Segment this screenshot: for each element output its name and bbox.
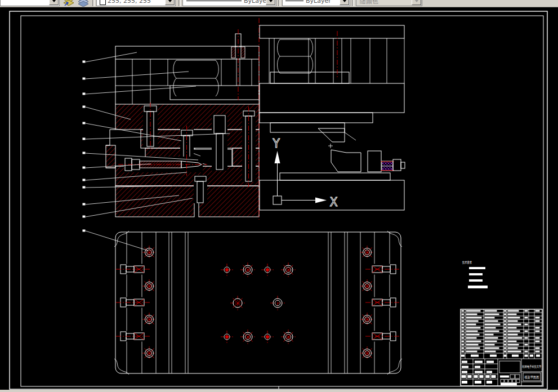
linetype-control[interactable]: ByLayer [182,0,276,6]
toolbar-separator [352,0,354,6]
exterior-view [260,25,404,142]
chevron-down-icon [168,0,172,2]
status-strip [0,390,558,392]
chevron-down-icon [414,0,419,2]
plotstyle-control[interactable]: 随颜色 [356,0,422,6]
layer-previous-button[interactable] [76,0,90,7]
layer-combo-dropdown-button[interactable] [49,0,59,5]
color-swatch [100,0,106,5]
make-layer-current-button[interactable] [61,0,75,7]
color-value: 255, 255, 255 [108,0,151,5]
toolbar-separator [178,0,181,6]
chevron-down-icon [52,0,56,2]
lineweight-line-glyph [285,1,303,1]
layer-yellow-icon [63,0,75,7]
spring-section [173,60,219,96]
cad-application: { "toolbar": { "color_value": "255, 255,… [0,0,558,392]
plotstyle-value: 随颜色 [360,0,378,6]
plan-view [114,231,402,375]
chevron-down-icon [269,0,273,2]
sheet-frame [10,11,547,389]
ucs-y-label: Y [273,136,280,150]
title-block: 桂林电子科技大学 模架平面图 [461,309,542,386]
lineweight-value: ByLayer [306,0,331,5]
piston-hatch-band [382,167,393,171]
toolbar-separator [278,0,280,6]
plan-holes [116,246,400,360]
spring-exterior [278,39,313,73]
drawing-canvas[interactable]: Y X 技术要求 [0,0,558,392]
tech-notes: 技术要求 [462,260,488,288]
properties-toolbar: 255, 255, 255 ByLayer ByLayer 随颜色 [0,0,558,7]
school-name: 桂林电子科技大学 [522,364,542,369]
layers-stack-icon [77,0,90,7]
layer-combo[interactable] [0,0,60,6]
lineweight-dropdown-button[interactable] [340,0,349,5]
piston-hatch-band [382,162,393,166]
linetype-dropdown-button[interactable] [266,0,275,5]
toolbar-separator [92,0,95,6]
chevron-down-icon [342,0,347,2]
signature-grid-blobs [462,361,496,384]
ucs-x-label: X [330,195,338,209]
color-dropdown-button[interactable] [165,0,175,5]
color-control[interactable]: 255, 255, 255 [96,0,176,6]
lineweight-control[interactable]: ByLayer [282,0,350,6]
y-axis-arrow [275,151,280,163]
plotstyle-dropdown-button[interactable] [412,0,421,5]
linetype-line-glyph [186,1,242,1]
x-axis-arrow [315,198,327,203]
drawing-title: 模架平面图 [525,375,539,380]
tech-notes-title: 技术要求 [462,260,472,265]
